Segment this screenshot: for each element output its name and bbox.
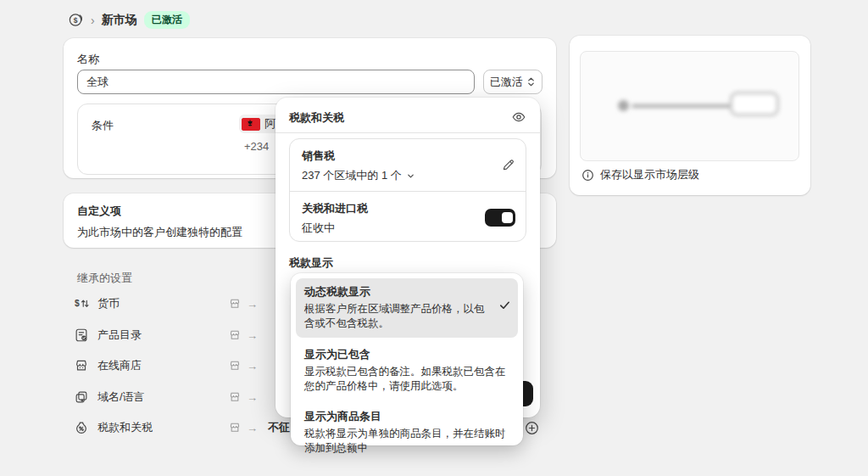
svg-text:$: $: [75, 299, 80, 308]
option-show-line-item[interactable]: 显示为商品条目 税款将显示为单独的商品条目，并在结账时添加到总额中: [296, 403, 518, 462]
sales-tax-regions[interactable]: 237 个区域中的 1 个: [302, 168, 514, 183]
duties-title: 关税和进口税: [302, 201, 514, 216]
currency-exchange-icon: $: [74, 296, 89, 311]
duties-toggle[interactable]: [485, 209, 515, 227]
hierarchy-hint-text: 保存以显示市场层级: [600, 167, 699, 182]
conditions-label: 条件: [92, 118, 114, 133]
option-show-included[interactable]: 显示为已包含 显示税款已包含的备注。如果税款已包含在您的产品价格中，请使用此选项…: [296, 341, 518, 400]
tax-display-listbox: 动态税款显示 根据客户所在区域调整产品价格，以包含或不包含税款。 显示为已包含 …: [291, 273, 523, 445]
catalog-icon: [74, 328, 89, 343]
blurred-node-dot: [618, 100, 629, 111]
arrow-right-icon: →: [247, 329, 258, 342]
tax-display-label: 税款显示: [289, 255, 333, 271]
info-icon: [581, 169, 594, 182]
inherited-row-label: 税款和关税: [97, 420, 228, 435]
hierarchy-preview: [580, 51, 799, 161]
market-name-input[interactable]: [77, 70, 475, 94]
store-icon: [228, 359, 242, 372]
svg-text:$: $: [74, 16, 78, 25]
taxes-money-bag-icon: [74, 420, 89, 435]
customizations-title: 自定义项: [77, 204, 121, 219]
inherited-row-label: 在线商店: [97, 358, 228, 373]
inherited-row-label: 产品目录: [97, 328, 228, 343]
arrow-right-icon: →: [247, 360, 258, 372]
inherited-row-label: 货币: [97, 296, 228, 311]
name-label: 名称: [77, 52, 99, 67]
status-select[interactable]: 已激活: [483, 70, 542, 94]
option-title: 显示为已包含: [304, 347, 509, 362]
markets-icon: $: [68, 12, 84, 28]
option-title: 显示为商品条目: [304, 409, 509, 424]
plus-circle-icon[interactable]: [525, 421, 539, 435]
arrow-right-icon: →: [247, 422, 258, 434]
store-icon: [228, 421, 242, 434]
store-icon: [228, 390, 242, 404]
option-description: 根据客户所在区域调整产品价格，以包含或不包含税款。: [304, 302, 492, 332]
status-badge: 已激活: [144, 11, 190, 29]
inherited-section-title: 继承的设置: [77, 271, 132, 286]
toggle-knob: [502, 212, 513, 223]
store-icon: [228, 328, 242, 342]
option-title: 动态税款显示: [304, 284, 492, 300]
inherited-row-value: 不征: [268, 420, 290, 435]
domains-languages-icon: [74, 389, 89, 405]
divider: [275, 132, 540, 133]
check-icon: [498, 299, 511, 311]
option-description: 显示税款已包含的备注。如果税款已包含在您的产品价格中，请使用此选项。: [304, 365, 509, 395]
market-hierarchy-panel: 保存以显示市场层级: [570, 36, 810, 195]
status-select-value: 已激活: [490, 75, 523, 90]
chevron-down-icon: [406, 171, 415, 181]
duties-row: 关税和进口税 征收中: [290, 191, 526, 243]
country-chip-label: 阿: [264, 116, 275, 132]
blurred-node-box: [730, 92, 779, 116]
page-title: 新市场: [102, 13, 137, 28]
option-dynamic-tax-display[interactable]: 动态税款显示 根据客户所在区域调整产品价格，以包含或不包含税款。: [296, 278, 518, 338]
tax-settings-box: 销售税 237 个区域中的 1 个 关税和进口税 征收中: [289, 138, 526, 242]
modal-title: 税款和关税: [289, 110, 344, 126]
sales-tax-row: 销售税 237 个区域中的 1 个: [290, 139, 526, 191]
store-icon: [228, 297, 242, 311]
arrow-right-icon: →: [247, 298, 258, 311]
select-caret-icon: [526, 76, 536, 87]
markets-page: $ › 新市场 已激活 名称 已激活 条件 阿 +234: [0, 0, 868, 476]
edit-pencil-icon[interactable]: [501, 158, 515, 172]
more-countries-count: +234: [244, 140, 269, 153]
duties-status: 征收中: [302, 221, 514, 236]
eye-icon[interactable]: [509, 108, 528, 126]
inherited-row-label: 域名/语言: [97, 389, 228, 405]
customizations-description: 为此市场中的客户创建独特的配置: [77, 225, 242, 240]
breadcrumb: $ › 新市场 已激活: [68, 11, 190, 29]
blurred-connector-line: [632, 104, 733, 108]
arrow-right-icon: →: [247, 391, 258, 404]
sales-tax-title: 销售税: [302, 148, 514, 164]
breadcrumb-chevron-icon: ›: [91, 14, 95, 27]
option-description: 税款将显示为单独的商品条目，并在结账时添加到总额中: [304, 427, 509, 456]
online-store-icon: [74, 358, 89, 373]
albania-flag-icon: [242, 118, 260, 131]
